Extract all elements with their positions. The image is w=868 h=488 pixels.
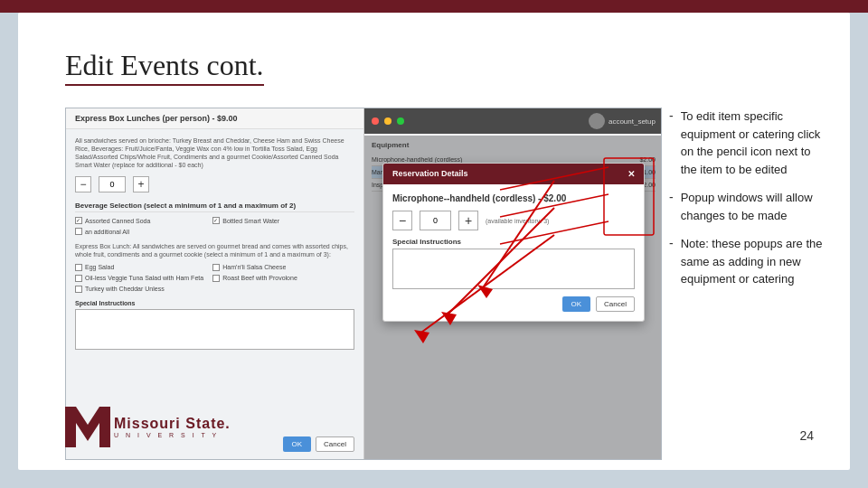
popup-cancel-button[interactable]: Cancel (596, 296, 635, 312)
checkbox-veggie-tuna-label: Oil-less Veggie Tuna Salad with Ham Feta (85, 275, 203, 281)
logo-missouri-label: Missouri State. (114, 416, 231, 432)
bullet-item-2: - Popup windows will allow changes to be… (669, 189, 823, 224)
popup-body: Microphone--handheld (cordless) - $2.00 … (383, 184, 644, 321)
popup-ok-button[interactable]: OK (562, 296, 591, 312)
bullets-area: - To edit item specific equipment or cat… (669, 108, 823, 398)
popup-overlay: Reservation Details ✕ Microphone--handhe… (364, 136, 662, 459)
popup-qty-increase[interactable]: + (458, 211, 478, 230)
left-panel-buttons: OK Cancel (283, 436, 354, 452)
popup-qty-row: − + (available inventory: 3) (392, 211, 635, 230)
left-panel-body: All sandwiches served on brioche: Turkey… (66, 129, 363, 357)
checkbox-turkey-label: Turkey with Cheddar Unless (85, 286, 165, 292)
page-container: Edit Events cont. Express Box Lunches (p… (0, 0, 868, 488)
checkbox-additional-label: an additional All (85, 229, 129, 235)
main-content: Edit Events cont. Express Box Lunches (p… (18, 13, 850, 470)
browser-header: account_setup (364, 108, 662, 134)
left-cancel-button[interactable]: Cancel (316, 436, 354, 452)
qty-decrease-btn[interactable]: − (75, 176, 91, 192)
user-avatar (589, 113, 605, 129)
special-instructions-section: Special Instructions (75, 300, 354, 350)
screenshot-right-panel: account_setup Equipment Microphone-handh… (364, 108, 662, 459)
popup-header: Reservation Details ✕ (383, 164, 644, 184)
checkbox-ham-salsa-box[interactable] (212, 264, 220, 271)
bullet-text-2: Popup windows will allow changes to be m… (681, 189, 823, 224)
nav-dot-minimize[interactable] (384, 117, 392, 125)
special-instructions-label: Special Instructions (75, 300, 354, 306)
bullet-text-1: To edit item specific equipment or cater… (681, 108, 823, 178)
logo-text: Missouri State. U N I V E R S I T Y (114, 416, 231, 438)
nav-dot-maximize[interactable] (397, 117, 404, 125)
qty-input[interactable] (99, 176, 126, 192)
checkbox-roast-beef: Roast Beef with Provolone (212, 275, 346, 282)
checkbox-egg-salad: Egg Salad (75, 264, 209, 271)
popup-window: Reservation Details ✕ Microphone--handhe… (382, 163, 645, 322)
popup-avail-label: (available inventory: 3) (486, 218, 549, 224)
left-ok-button[interactable]: OK (283, 436, 312, 452)
popup-special-box[interactable] (392, 249, 635, 289)
qty-increase-btn[interactable]: + (133, 176, 149, 192)
checkbox-egg-salad-label: Egg Salad (85, 264, 114, 270)
left-desc-2: Express Box Lunch: All sandwiches are se… (75, 242, 354, 258)
page-title: Edit Events cont. (65, 49, 264, 86)
popup-special-section: Special Instructions (392, 238, 635, 289)
checkbox-smart-water: Bottled Smart Water (212, 217, 346, 224)
bullet-text-3: Note: these popups are the same as addin… (681, 235, 823, 288)
checkbox-assorted-soda-label: Assorted Canned Soda (85, 218, 150, 224)
top-bar (0, 0, 868, 13)
checkbox-ham-salsa-label: Ham'n'li Salsa Cheese (222, 264, 286, 270)
checkbox-veggie-tuna: Oil-less Veggie Tuna Salad with Ham Feta (75, 275, 209, 282)
special-instructions-box[interactable] (75, 309, 354, 350)
beverage-checkboxes: Assorted Canned Soda Bottled Smart Water… (75, 217, 354, 235)
checkbox-roast-beef-box[interactable] (212, 275, 220, 282)
checkbox-smart-water-label: Bottled Smart Water (222, 218, 279, 224)
svg-marker-10 (65, 407, 110, 447)
logo-university-label: U N I V E R S I T Y (114, 432, 231, 438)
left-desc: All sandwiches served on brioche: Turkey… (75, 136, 354, 169)
checkbox-additional: an additional All (75, 228, 209, 235)
popup-qty-decrease[interactable]: − (392, 211, 412, 230)
popup-special-label: Special Instructions (392, 238, 635, 246)
checkbox-assorted-soda-box[interactable] (75, 217, 82, 224)
bullet-dash-3: - (669, 236, 674, 250)
salad-checkboxes: Egg Salad Ham'n'li Salsa Cheese Oil-less… (75, 264, 354, 293)
user-name-label: account_setup (609, 117, 656, 126)
logo-m-icon (65, 407, 110, 447)
popup-item-title: Microphone--handheld (cordless) - $2.00 (392, 193, 635, 203)
user-area: account_setup (589, 113, 656, 129)
checkbox-smart-water-box[interactable] (212, 217, 220, 224)
nav-dot-close[interactable] (372, 117, 379, 125)
popup-buttons: OK Cancel (392, 296, 635, 312)
bullet-dash-2: - (669, 190, 674, 204)
checkbox-turkey-box[interactable] (75, 286, 82, 293)
bullet-item-3: - Note: these popups are the same as add… (669, 235, 823, 288)
page-number: 24 (799, 428, 814, 443)
popup-header-label: Reservation Details (392, 169, 468, 179)
checkbox-assorted-soda: Assorted Canned Soda (75, 217, 209, 224)
checkbox-veggie-tuna-box[interactable] (75, 275, 82, 282)
logo-area: Missouri State. U N I V E R S I T Y (65, 407, 231, 447)
checkbox-roast-beef-label: Roast Beef with Provolone (222, 275, 297, 281)
checkbox-turkey: Turkey with Cheddar Unless (75, 286, 209, 293)
beverage-section-title: Beverage Selection (select a minimum of … (75, 202, 354, 212)
popup-close-btn[interactable]: ✕ (627, 169, 635, 179)
browser-nav-dots (372, 117, 404, 125)
checkbox-egg-salad-box[interactable] (75, 264, 82, 271)
left-panel-header: Express Box Lunches (per person) - $9.00 (66, 108, 363, 129)
checkbox-ham-salsa: Ham'n'li Salsa Cheese (212, 264, 346, 271)
bullet-dash-1: - (669, 108, 674, 123)
popup-qty-input[interactable] (420, 211, 451, 230)
checkbox-additional-box[interactable] (75, 228, 82, 235)
bullet-item-1: - To edit item specific equipment or cat… (669, 108, 823, 178)
qty-row: − + (75, 176, 354, 192)
